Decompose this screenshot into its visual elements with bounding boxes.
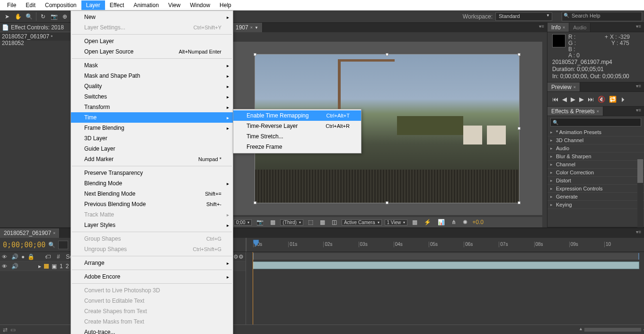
submenu-item-time-stretch-[interactable]: Time Stretch...: [233, 131, 361, 142]
menu-item-add-marker[interactable]: Add MarkerNumpad *: [71, 154, 233, 164]
menu-item-mask-and-shape-path[interactable]: Mask and Shape Path▸: [71, 71, 233, 81]
visibility-header-icon[interactable]: 👁: [2, 254, 9, 260]
snapshot-icon[interactable]: 📷: [255, 219, 265, 226]
panel-menu-icon[interactable]: ▾≡: [633, 23, 644, 32]
effect-category-expression-controls[interactable]: Expression Controls: [547, 185, 644, 193]
menu-item-time[interactable]: Time▸: [71, 112, 233, 123]
effects-search-input[interactable]: [550, 118, 641, 126]
effect-category-keying[interactable]: Keying: [547, 201, 644, 209]
fast-preview-icon[interactable]: ⚡: [422, 219, 433, 226]
audio-tab[interactable]: Audio: [569, 23, 591, 32]
timeline-tracks[interactable]: [246, 252, 644, 325]
effect-category-generate[interactable]: Generate: [547, 193, 644, 201]
menu-file[interactable]: File: [2, 0, 21, 10]
mask-icon[interactable]: ◫: [330, 219, 339, 226]
timeline-tab[interactable]: 20180527_061907×: [0, 228, 60, 238]
workspace-select[interactable]: Standard: [495, 12, 552, 21]
toggle-switches-icon[interactable]: ⇄: [3, 326, 8, 333]
flowchart-icon[interactable]: ⋔: [450, 219, 458, 226]
info-tab[interactable]: Info×: [547, 23, 569, 32]
menu-item-next-blending-mode[interactable]: Next Blending ModeShift+=: [71, 189, 233, 199]
next-frame-icon[interactable]: ▶: [579, 96, 584, 103]
menu-item-layer-styles[interactable]: Layer Styles▸: [71, 220, 233, 230]
menu-item-mask[interactable]: Mask▸: [71, 60, 233, 71]
effect-category-channel[interactable]: Channel: [547, 161, 644, 169]
selection-tool-icon[interactable]: ➤: [2, 11, 12, 22]
audio-toggle[interactable]: 🔊: [11, 263, 18, 270]
menu-effect[interactable]: Effect: [105, 0, 129, 10]
menu-item-arrange[interactable]: Arrange▸: [71, 258, 233, 268]
timeline-icon[interactable]: 📊: [436, 219, 447, 226]
menu-composition[interactable]: Composition: [40, 0, 81, 10]
comp-tab[interactable]: 1907 × ▼: [232, 23, 263, 32]
menu-item-frame-blending[interactable]: Frame Blending▸: [71, 123, 233, 133]
menu-window[interactable]: Window: [185, 0, 215, 10]
menu-item-auto-trace-[interactable]: Auto-trace...: [71, 327, 233, 334]
menu-item-quality[interactable]: Quality▸: [71, 81, 233, 91]
close-icon[interactable]: ×: [597, 109, 599, 114]
camera-tool-icon[interactable]: 📷: [49, 11, 59, 22]
anchor-tool-icon[interactable]: ⊕: [60, 11, 70, 22]
work-area-bar[interactable]: [253, 253, 639, 260]
lock-header-icon[interactable]: 🔒: [27, 253, 35, 260]
exposure-value[interactable]: +0.0: [472, 219, 484, 226]
effect-category-blur-sharpen[interactable]: Blur & Sharpen: [547, 153, 644, 161]
menu-edit[interactable]: Edit: [21, 0, 40, 10]
menu-animation[interactable]: Animation: [129, 0, 163, 10]
label-header-icon[interactable]: 🏷: [45, 253, 51, 260]
effect-category--animation-presets[interactable]: * Animation Presets: [547, 128, 644, 136]
expand-icon[interactable]: ▭: [10, 326, 16, 333]
menu-item-transform[interactable]: Transform▸: [71, 102, 233, 112]
resolution-select[interactable]: (Third): [280, 219, 303, 226]
timecode[interactable]: 0;00;00;00: [3, 241, 45, 249]
effect-category-audio[interactable]: Audio: [547, 144, 644, 153]
grid-icon[interactable]: ▦: [318, 219, 327, 226]
panel-menu-icon[interactable]: ▾≡: [633, 107, 644, 116]
layer-color-swatch[interactable]: [44, 264, 49, 269]
submenu-item-enable-time-remapping[interactable]: Enable Time RemappingCtrl+Alt+T: [233, 110, 361, 121]
scrollbar[interactable]: [637, 159, 643, 227]
rotate-tool-icon[interactable]: ↻: [38, 11, 48, 22]
menu-item-guide-layer[interactable]: Guide Layer: [71, 144, 233, 154]
current-time-indicator[interactable]: [253, 240, 259, 246]
zoom-select[interactable]: 0;00: [234, 219, 252, 226]
zoom-slider[interactable]: [584, 328, 641, 332]
menu-item-new[interactable]: New▸: [71, 12, 233, 22]
panel-menu-icon[interactable]: ▾≡: [536, 23, 547, 32]
camera-select[interactable]: Active Camera: [342, 219, 382, 226]
effect-category-distort[interactable]: Distort: [547, 177, 644, 185]
menu-item-previous-blending-mode[interactable]: Previous Blending ModeShift+-: [71, 199, 233, 209]
solo-header-icon[interactable]: ●: [21, 253, 25, 260]
close-icon[interactable]: ×: [573, 85, 576, 90]
layer-name[interactable]: 2: [66, 263, 69, 270]
loop-icon[interactable]: 🔁: [609, 96, 617, 103]
close-icon[interactable]: ×: [53, 231, 55, 235]
visibility-toggle[interactable]: 👁: [2, 263, 9, 269]
menu-help[interactable]: Help: [215, 0, 236, 10]
ram-preview-icon[interactable]: ⏵: [620, 96, 626, 103]
menu-view[interactable]: View: [164, 0, 185, 10]
mute-icon[interactable]: 🔇: [598, 96, 605, 103]
menu-item-open-layer-source[interactable]: Open Layer SourceAlt+Numpad Enter: [71, 46, 233, 57]
col-number-header[interactable]: #: [53, 253, 63, 260]
effect-controls-tab[interactable]: 📄 Effect Controls: 2018: [0, 23, 71, 32]
close-icon[interactable]: ×: [250, 25, 253, 30]
effect-category-color-correction[interactable]: Color Correction: [547, 169, 644, 177]
view-select[interactable]: 1 View: [385, 219, 408, 226]
timeline-search[interactable]: [58, 241, 68, 249]
zoom-tool-icon[interactable]: 🔍: [24, 11, 34, 22]
pixel-aspect-icon[interactable]: ▦: [410, 219, 419, 226]
audio-header-icon[interactable]: 🔊: [11, 253, 18, 260]
menu-item-3d-layer[interactable]: 3D Layer: [71, 133, 233, 144]
roi-icon[interactable]: ⬚: [306, 219, 315, 226]
menu-layer[interactable]: Layer: [81, 0, 105, 10]
effect-category-3d-channel[interactable]: 3D Channel: [547, 136, 644, 144]
effects-presets-tab[interactable]: Effects & Presets×: [547, 107, 603, 116]
submenu-item-freeze-frame[interactable]: Freeze Frame: [233, 142, 361, 152]
channel-icon[interactable]: ▦: [268, 219, 277, 226]
panel-menu-icon[interactable]: ▾≡: [633, 228, 644, 238]
breadcrumb-comp[interactable]: 20180527_061907: [2, 33, 49, 40]
search-help-input[interactable]: Search Help: [562, 12, 642, 21]
menu-item-open-layer[interactable]: Open Layer: [71, 36, 233, 46]
playhead-line[interactable]: [253, 252, 253, 325]
